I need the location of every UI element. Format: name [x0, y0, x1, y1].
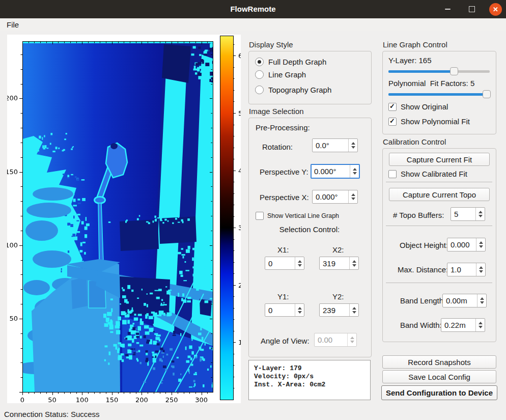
y2-label: Y2:: [332, 292, 344, 301]
checkbox-label: Show Original: [401, 102, 448, 111]
y1-label: Y1:: [277, 292, 289, 301]
measurement-info-box: Y-Layer: 179 Velocity: 0px/s Inst. X-Are…: [248, 360, 371, 400]
line-graph-control-title: Line Graph Control: [383, 40, 447, 49]
topo-buffers-label: # Topo Buffers:: [393, 211, 444, 219]
divider: [386, 182, 492, 182]
divider: [386, 283, 492, 283]
close-icon: ✕: [493, 6, 498, 13]
spin-value: 0.00: [318, 335, 332, 344]
slider-fill: [388, 70, 454, 73]
spin-arrows-icon[interactable]: [348, 190, 357, 203]
radio-icon: [255, 86, 264, 94]
spin-arrows-icon[interactable]: [475, 319, 485, 331]
topo-buffers-spinbox[interactable]: 5: [451, 207, 485, 221]
spin-value: 5: [454, 210, 458, 218]
image-selection-group: [248, 118, 372, 357]
menubar: File: [0, 18, 506, 31]
perspective-y-spinbox[interactable]: 0.000°: [311, 164, 360, 179]
checkbox-icon: ✓: [388, 103, 397, 111]
y2-spinbox[interactable]: 239: [319, 303, 359, 317]
save-local-config-button[interactable]: Save Local Config: [382, 370, 496, 383]
x1-spinbox[interactable]: 0: [265, 257, 304, 270]
capture-current-topo-button[interactable]: Capture Current Topo: [389, 188, 490, 201]
checkbox-icon: ✓: [388, 170, 397, 178]
y1-spinbox[interactable]: 0: [265, 303, 304, 317]
show-polynomial-fit-checkbox[interactable]: ✓ Show Polynomial Fit: [388, 117, 470, 126]
figure-panel: [7, 35, 241, 403]
perspective-x-spinbox[interactable]: 0.000°: [312, 190, 358, 204]
spin-arrows-icon: [347, 333, 356, 346]
spin-arrows-icon[interactable]: [475, 208, 485, 220]
close-button[interactable]: ✕: [489, 3, 502, 16]
radio-topography-graph[interactable]: Topography Graph: [255, 86, 331, 94]
y-layer-slider-label: Y-Layer: 165: [388, 56, 432, 65]
band-length-label: Band Length:: [400, 296, 445, 305]
show-original-checkbox[interactable]: ✓ Show Original: [388, 102, 448, 111]
spin-arrows-icon[interactable]: [476, 238, 485, 251]
slider-handle[interactable]: [483, 90, 491, 98]
x1-label: X1:: [277, 245, 289, 254]
capture-current-fit-button[interactable]: Capture Current Fit: [389, 153, 490, 166]
window-title: FlowRemote: [0, 0, 506, 18]
radio-label: Topography Graph: [268, 86, 331, 94]
spin-value: 0.0°: [316, 141, 329, 150]
radio-icon: [255, 70, 264, 79]
radio-line-graph[interactable]: Line Graph: [255, 70, 306, 79]
rotation-spinbox[interactable]: 0.0°: [312, 138, 358, 152]
checkbox-label: Show Vertical Line Graph: [267, 212, 339, 219]
spin-arrows-icon[interactable]: [348, 139, 357, 152]
object-height-label: Object Height:: [400, 241, 448, 249]
angle-of-view-label: Angle of View:: [261, 337, 310, 345]
spin-value: 239: [323, 306, 335, 315]
titlebar: FlowRemote ✕: [0, 0, 506, 18]
spin-arrows-icon[interactable]: [476, 263, 485, 276]
send-configuration-button[interactable]: Send Configuration to Device: [381, 385, 497, 400]
y-layer-slider[interactable]: [388, 67, 490, 75]
object-height-spinbox[interactable]: 0.000: [447, 238, 486, 251]
spin-value: 1.0: [451, 265, 461, 274]
rotation-label: Rotation:: [262, 143, 293, 151]
band-width-label: Band Width:: [400, 321, 442, 329]
show-vertical-line-graph-checkbox[interactable]: ✓ Show Vertical Line Graph: [256, 212, 339, 220]
maximize-button[interactable]: [465, 3, 478, 16]
record-snapshots-button[interactable]: Record Snapshots: [382, 355, 496, 369]
x2-spinbox[interactable]: 319: [319, 257, 359, 270]
radio-full-depth-graph[interactable]: Full Depth Graph: [255, 58, 326, 66]
spin-value: 0.000°: [316, 192, 338, 201]
show-calibrated-fit-checkbox[interactable]: ✓ Show Calibrated Fit: [388, 170, 467, 178]
max-distance-spinbox[interactable]: 1.0: [447, 263, 486, 276]
perspective-x-label: Perspective X:: [260, 193, 309, 202]
spin-arrows-icon[interactable]: [349, 257, 358, 269]
spin-value: 0: [268, 259, 272, 268]
spin-value: 0.22m: [444, 321, 466, 329]
spin-value: 0.000°: [314, 167, 336, 176]
checkbox-label: Show Polynomial Fit: [401, 117, 470, 126]
band-length-spinbox[interactable]: 0.00m: [442, 294, 487, 307]
minimize-button[interactable]: [441, 3, 454, 16]
poly-fit-slider-label: Polynomial Fit Factors: 5: [388, 79, 474, 88]
image-selection-title: Image Selection: [249, 107, 304, 116]
spin-arrows-icon[interactable]: [349, 304, 358, 316]
poly-fit-slider[interactable]: [388, 90, 490, 98]
preprocessing-label: Pre-Processing:: [256, 123, 310, 132]
radio-label: Line Graph: [268, 70, 306, 79]
spin-value: 0.000: [451, 240, 470, 249]
display-style-title: Display Style: [249, 40, 293, 49]
radio-label: Full Depth Graph: [268, 58, 326, 66]
perspective-y-label: Perspective Y:: [260, 167, 308, 176]
menu-file[interactable]: File: [0, 18, 25, 31]
slider-fill: [388, 93, 487, 96]
minimize-icon: [445, 9, 451, 10]
selection-control-label: Selection Control:: [248, 225, 371, 234]
slider-handle[interactable]: [450, 67, 458, 75]
max-distance-label: Max. Distance:: [398, 265, 448, 274]
figure-canvas[interactable]: [7, 35, 241, 403]
checkbox-label: Show Calibrated Fit: [401, 170, 467, 178]
checkbox-icon: ✓: [256, 212, 264, 220]
spin-arrows-icon[interactable]: [295, 304, 304, 316]
spin-arrows-icon[interactable]: [350, 165, 359, 178]
spin-arrows-icon[interactable]: [295, 257, 304, 269]
connection-status: Connection Status: Success: [4, 410, 100, 418]
spin-arrows-icon[interactable]: [477, 294, 486, 307]
band-width-spinbox[interactable]: 0.22m: [441, 318, 485, 332]
